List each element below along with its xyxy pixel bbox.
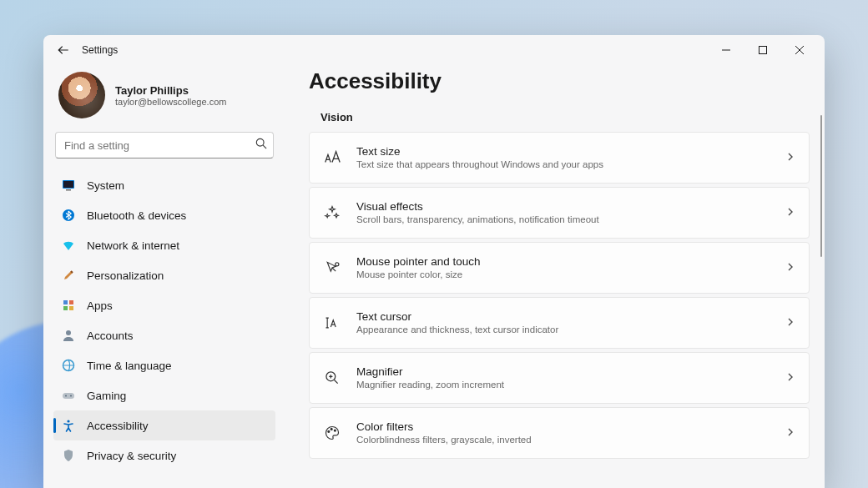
svg-rect-12 bbox=[63, 306, 68, 310]
svg-rect-1 bbox=[760, 47, 767, 54]
sidebar-item-label: Accounts bbox=[87, 330, 134, 342]
sidebar-item-bluetooth[interactable]: Bluetooth & devices bbox=[53, 200, 275, 230]
sidebar-item-label: Time & language bbox=[87, 360, 172, 372]
svg-point-18 bbox=[70, 395, 72, 397]
svg-point-23 bbox=[331, 428, 332, 430]
svg-point-4 bbox=[256, 138, 264, 146]
visual-effects-icon bbox=[323, 204, 341, 222]
minimize-button[interactable] bbox=[708, 37, 744, 63]
svg-point-24 bbox=[334, 430, 336, 431]
sidebar-item-gaming[interactable]: Gaming bbox=[53, 380, 275, 410]
titlebar: Settings bbox=[43, 35, 825, 65]
accounts-icon bbox=[62, 329, 75, 342]
sidebar-item-privacy[interactable]: Privacy & security bbox=[53, 440, 275, 470]
search-icon bbox=[255, 138, 267, 153]
card-mouse-pointer[interactable]: Mouse pointer and touch Mouse pointer co… bbox=[309, 242, 810, 294]
card-title: Mouse pointer and touch bbox=[356, 254, 785, 269]
card-title: Text cursor bbox=[356, 309, 785, 324]
card-title: Text size bbox=[356, 144, 785, 159]
sidebar-item-label: Apps bbox=[87, 299, 113, 312]
sidebar-item-label: System bbox=[87, 179, 124, 192]
sidebar-item-label: Personalization bbox=[87, 269, 164, 282]
chevron-right-icon bbox=[785, 425, 795, 440]
nav-list: System Bluetooth & devices Network & int… bbox=[53, 170, 275, 470]
window-controls bbox=[708, 37, 818, 63]
settings-list: Text size Text size that appears through… bbox=[309, 132, 810, 459]
sidebar-item-label: Bluetooth & devices bbox=[87, 209, 186, 222]
sidebar-item-label: Accessibility bbox=[87, 420, 149, 432]
svg-rect-8 bbox=[66, 189, 71, 191]
sidebar-item-apps[interactable]: Apps bbox=[53, 290, 275, 320]
gaming-icon bbox=[62, 389, 75, 402]
svg-point-22 bbox=[328, 430, 330, 432]
back-icon bbox=[58, 44, 69, 56]
search-box[interactable] bbox=[55, 132, 274, 158]
maximize-icon bbox=[759, 46, 767, 54]
text-size-icon bbox=[323, 148, 341, 167]
sidebar-item-personalization[interactable]: Personalization bbox=[53, 260, 275, 290]
chevron-right-icon bbox=[785, 370, 795, 385]
profile-block[interactable]: Taylor Phillips taylor@bellowscollege.co… bbox=[53, 68, 275, 132]
mouse-pointer-icon bbox=[323, 259, 341, 277]
card-magnifier[interactable]: Magnifier Magnifier reading, zoom increm… bbox=[309, 352, 810, 404]
svg-point-17 bbox=[65, 395, 67, 397]
sidebar-item-accounts[interactable]: Accounts bbox=[53, 320, 275, 350]
scrollbar[interactable] bbox=[820, 115, 822, 257]
sidebar-item-accessibility[interactable]: Accessibility bbox=[53, 410, 275, 440]
sidebar-item-label: Network & internet bbox=[87, 239, 179, 252]
chevron-right-icon bbox=[785, 150, 795, 165]
card-title: Color filters bbox=[356, 420, 785, 435]
card-subtitle: Colorblindness filters, grayscale, inver… bbox=[356, 434, 785, 446]
card-subtitle: Text size that appears throughout Window… bbox=[356, 158, 785, 171]
card-subtitle: Magnifier reading, zoom increment bbox=[356, 379, 785, 391]
privacy-icon bbox=[62, 449, 75, 462]
chevron-right-icon bbox=[785, 205, 795, 220]
window-title: Settings bbox=[82, 44, 118, 56]
card-subtitle: Scroll bars, transparency, animations, n… bbox=[356, 214, 785, 226]
personalization-icon bbox=[62, 269, 75, 282]
card-title: Visual effects bbox=[356, 199, 785, 214]
close-button[interactable] bbox=[781, 37, 818, 63]
avatar bbox=[58, 72, 105, 118]
back-button[interactable] bbox=[50, 37, 77, 63]
close-icon bbox=[795, 46, 804, 54]
card-title: Magnifier bbox=[356, 365, 785, 380]
settings-window: Settings Taylor Phillips taylor@bellowsc… bbox=[43, 35, 825, 488]
main-content: Accessibility Vision Text size Text size… bbox=[285, 65, 825, 488]
svg-line-5 bbox=[263, 145, 266, 148]
card-text-cursor[interactable]: Text cursor Appearance and thickness, te… bbox=[309, 297, 810, 349]
sidebar-item-time-language[interactable]: Time & language bbox=[53, 350, 275, 380]
chevron-right-icon bbox=[785, 260, 795, 275]
card-subtitle: Appearance and thickness, text cursor in… bbox=[356, 324, 785, 336]
svg-point-19 bbox=[67, 420, 69, 422]
card-visual-effects[interactable]: Visual effects Scroll bars, transparency… bbox=[309, 187, 810, 239]
text-cursor-icon bbox=[323, 314, 341, 332]
svg-rect-13 bbox=[69, 306, 73, 310]
card-text-size[interactable]: Text size Text size that appears through… bbox=[309, 132, 810, 184]
sidebar-item-network[interactable]: Network & internet bbox=[53, 230, 275, 260]
card-color-filters[interactable]: Color filters Colorblindness filters, gr… bbox=[309, 407, 810, 459]
section-header: Vision bbox=[320, 111, 810, 123]
page-title: Accessibility bbox=[309, 68, 810, 94]
svg-point-20 bbox=[336, 263, 339, 266]
sidebar-item-system[interactable]: System bbox=[53, 170, 275, 200]
color-filters-icon bbox=[323, 424, 341, 442]
maximize-button[interactable] bbox=[744, 37, 781, 63]
card-subtitle: Mouse pointer color, size bbox=[356, 269, 785, 281]
network-icon bbox=[62, 239, 75, 252]
system-icon bbox=[62, 179, 75, 192]
apps-icon bbox=[62, 299, 75, 312]
svg-rect-10 bbox=[63, 300, 68, 304]
sidebar-item-label: Privacy & security bbox=[87, 450, 176, 462]
magnifier-icon bbox=[323, 369, 341, 387]
svg-point-14 bbox=[66, 330, 71, 335]
svg-rect-7 bbox=[63, 181, 73, 188]
profile-name: Taylor Phillips bbox=[115, 84, 226, 97]
profile-email: taylor@bellowscollege.com bbox=[115, 97, 226, 107]
chevron-right-icon bbox=[785, 315, 795, 330]
svg-rect-11 bbox=[69, 300, 73, 304]
bluetooth-icon bbox=[62, 209, 75, 222]
search-input[interactable] bbox=[55, 132, 274, 158]
svg-rect-16 bbox=[63, 393, 74, 399]
time-language-icon bbox=[62, 359, 75, 372]
